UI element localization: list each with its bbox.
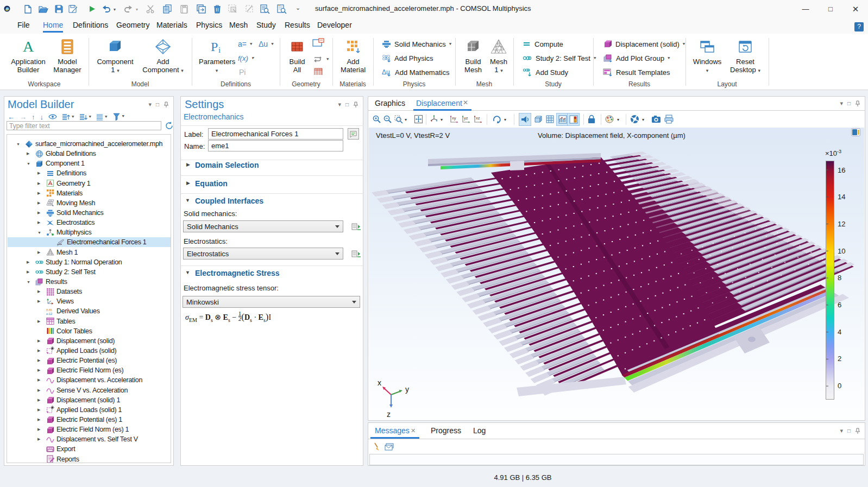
svg-text:i: i (218, 46, 221, 54)
svg-text:xz: xz (476, 116, 480, 121)
svg-text:y: y (405, 385, 409, 394)
svg-text:A: A (23, 39, 34, 55)
svg-text:e-12: e-12 (46, 311, 53, 315)
svg-text:z: z (387, 410, 391, 419)
svg-text:xy: xy (452, 116, 456, 121)
svg-text:8.85: 8.85 (46, 307, 53, 311)
svg-text:x: x (378, 378, 381, 387)
svg-text:P: P (211, 40, 218, 54)
svg-text:yz: yz (464, 116, 468, 121)
